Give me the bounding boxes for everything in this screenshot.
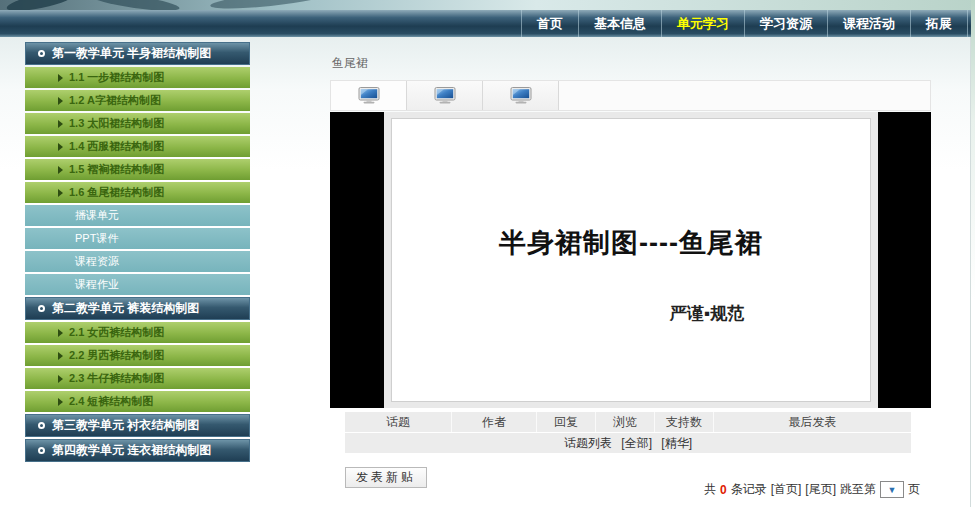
- player-letterbox-left: [330, 112, 384, 408]
- monitor-icon: [510, 87, 532, 104]
- nav-item-resources[interactable]: 学习资源: [744, 10, 827, 37]
- triangle-right-icon: [58, 398, 63, 406]
- triangle-right-icon: [58, 120, 63, 128]
- triangle-right-icon: [58, 97, 63, 105]
- first-page-link[interactable]: [首页]: [771, 481, 802, 498]
- page-title: 鱼尾裙: [332, 55, 368, 72]
- sidebar-unit1-label: 第一教学单元 半身裙结构制图: [52, 45, 211, 62]
- chevron-down-icon: ▼: [888, 485, 897, 495]
- jump-prefix: 跳至第: [840, 481, 876, 498]
- topic-list-label: 话题列表: [564, 436, 612, 450]
- sidebar-subitem-label: 课程作业: [75, 277, 119, 292]
- video-player[interactable]: 半身裙制图----鱼尾裙 严谨▪规范: [330, 112, 931, 408]
- bullet-ring-icon: [38, 305, 45, 312]
- sidebar-item-1-5[interactable]: 1.5 褶裥裙结构制图: [25, 159, 250, 180]
- sidebar-item-label: 2.4 短裤结构制图: [69, 394, 153, 409]
- total-prefix: 共: [704, 481, 716, 498]
- page: 首页 基本信息 单元学习 学习资源 课程活动 拓展 第一教学单元 半身裙结构制图…: [0, 0, 975, 507]
- sidebar-subitem-label: 课程资源: [75, 254, 119, 269]
- slide-title: 半身裙制图----鱼尾裙: [392, 225, 870, 261]
- triangle-right-icon: [58, 329, 63, 337]
- column-views: 浏览: [596, 412, 655, 432]
- tab-video-3[interactable]: [483, 81, 559, 110]
- sidebar-unit4-label: 第四教学单元 连衣裙结构制图: [52, 442, 211, 459]
- bullet-ring-icon: [38, 447, 45, 454]
- column-topic: 话题: [345, 412, 452, 432]
- sidebar-item-label: 2.2 男西裤结构制图: [69, 348, 164, 363]
- column-replies: 回复: [537, 412, 596, 432]
- page-right-edge: [971, 0, 975, 507]
- triangle-right-icon: [58, 375, 63, 383]
- column-last-post: 最后发表: [714, 412, 911, 432]
- slide-subtitle: 严谨▪规范: [468, 302, 946, 325]
- sidebar-item-label: 1.1 一步裙结构制图: [69, 70, 164, 85]
- pagination: 共0 条记录 [首页] [尾页] 跳至第 ▼ 页: [704, 481, 920, 498]
- total-suffix: 条记录: [731, 481, 767, 498]
- column-author: 作者: [452, 412, 537, 432]
- triangle-right-icon: [58, 352, 63, 360]
- monitor-icon: [358, 87, 380, 104]
- sidebar-item-label: 1.3 太阳裙结构制图: [69, 116, 164, 131]
- sidebar-subitem-label: 播课单元: [75, 208, 119, 223]
- player-letterbox-right: [878, 112, 931, 408]
- monitor-icon: [434, 87, 456, 104]
- jump-suffix: 页: [908, 481, 920, 498]
- sidebar-item-label: 1.6 鱼尾裙结构制图: [69, 185, 164, 200]
- slide-frame: 半身裙制图----鱼尾裙 严谨▪规范: [384, 112, 878, 408]
- sidebar-unit1-header[interactable]: 第一教学单元 半身裙结构制图: [25, 42, 250, 65]
- nav-item-unit-study[interactable]: 单元学习: [661, 10, 744, 37]
- sidebar-item-label: 1.2 A字裙结构制图: [69, 93, 161, 108]
- sidebar-item-1-4[interactable]: 1.4 西服裙结构制图: [25, 136, 250, 157]
- triangle-right-icon: [58, 74, 63, 82]
- triangle-right-icon: [58, 166, 63, 174]
- nav-item-activities[interactable]: 课程活动: [827, 10, 910, 37]
- sidebar-subitem-resources[interactable]: 课程资源: [25, 251, 250, 272]
- nav-item-home[interactable]: 首页: [521, 10, 578, 37]
- forum-table: 话题 作者 回复 浏览 支持数 最后发表 话题列表 [全部] [精华]: [345, 412, 911, 453]
- sidebar-unit2-header[interactable]: 第二教学单元 裤装结构制图: [25, 297, 250, 320]
- sidebar-item-label: 2.3 牛仔裤结构制图: [69, 371, 164, 386]
- sidebar-item-1-3[interactable]: 1.3 太阳裙结构制图: [25, 113, 250, 134]
- sidebar-item-2-2[interactable]: 2.2 男西裤结构制图: [25, 345, 250, 366]
- sidebar-unit4-header[interactable]: 第四教学单元 连衣裙结构制图: [25, 439, 250, 462]
- new-post-button[interactable]: 发表新贴: [345, 467, 427, 488]
- triangle-right-icon: [58, 143, 63, 151]
- course-sidebar: 第一教学单元 半身裙结构制图 1.1 一步裙结构制图 1.2 A字裙结构制图 1…: [25, 42, 250, 464]
- sidebar-subitem-ppt[interactable]: PPT课件: [25, 228, 250, 249]
- tab-video-2[interactable]: [407, 81, 483, 110]
- column-supports: 支持数: [655, 412, 714, 432]
- sidebar-item-label: 2.1 女西裤结构制图: [69, 325, 164, 340]
- tab-video-1[interactable]: [331, 81, 407, 110]
- filter-all-link[interactable]: [全部]: [621, 436, 652, 450]
- top-nav: 首页 基本信息 单元学习 学习资源 课程活动 拓展: [0, 10, 975, 37]
- bullet-ring-icon: [38, 422, 45, 429]
- sidebar-item-label: 1.5 褶裥裙结构制图: [69, 162, 164, 177]
- media-tab-bar: [330, 80, 931, 111]
- sidebar-item-1-2[interactable]: 1.2 A字裙结构制图: [25, 90, 250, 111]
- sidebar-subitem-homework[interactable]: 课程作业: [25, 274, 250, 295]
- sidebar-item-2-4[interactable]: 2.4 短裤结构制图: [25, 391, 250, 412]
- sidebar-item-2-1[interactable]: 2.1 女西裤结构制图: [25, 322, 250, 343]
- sidebar-item-label: 1.4 西服裙结构制图: [69, 139, 164, 154]
- sidebar-item-1-1[interactable]: 1.1 一步裙结构制图: [25, 67, 250, 88]
- sidebar-subitem-lecture-unit[interactable]: 播课单元: [25, 205, 250, 226]
- nav-item-extension[interactable]: 拓展: [910, 10, 968, 37]
- nav-item-basic-info[interactable]: 基本信息: [578, 10, 661, 37]
- bullet-ring-icon: [38, 50, 45, 57]
- sidebar-item-1-6[interactable]: 1.6 鱼尾裙结构制图: [25, 182, 250, 203]
- forum-filter-row: 话题列表 [全部] [精华]: [345, 433, 911, 453]
- page-select-dropdown[interactable]: ▼: [880, 481, 904, 498]
- sidebar-subitem-label: PPT课件: [75, 231, 118, 246]
- forum-header-row: 话题 作者 回复 浏览 支持数 最后发表: [345, 412, 911, 432]
- sidebar-unit2-label: 第二教学单元 裤装结构制图: [52, 300, 199, 317]
- sidebar-item-2-3[interactable]: 2.3 牛仔裤结构制图: [25, 368, 250, 389]
- last-page-link[interactable]: [尾页]: [805, 481, 836, 498]
- triangle-right-icon: [58, 189, 63, 197]
- slide: 半身裙制图----鱼尾裙 严谨▪规范: [391, 118, 871, 402]
- record-count: 0: [720, 483, 727, 497]
- sidebar-unit3-header[interactable]: 第三教学单元 衬衣结构制图: [25, 414, 250, 437]
- sidebar-unit3-label: 第三教学单元 衬衣结构制图: [52, 417, 199, 434]
- filter-best-link[interactable]: [精华]: [661, 436, 692, 450]
